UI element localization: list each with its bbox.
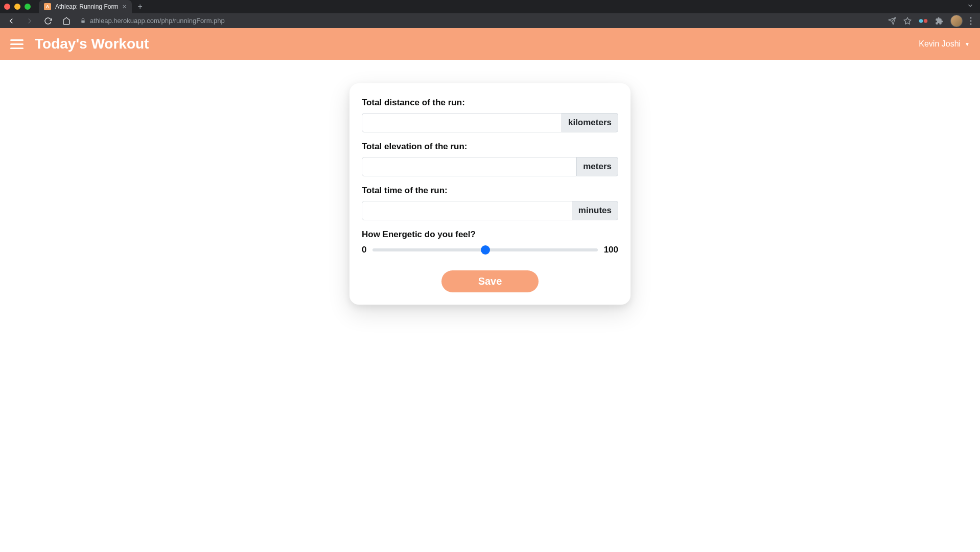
svg-point-6 — [970, 17, 972, 18]
tab-title: Athleap: Running Form — [55, 3, 118, 10]
send-icon[interactable] — [888, 17, 896, 25]
close-tab-icon[interactable]: × — [122, 3, 126, 11]
bookmark-icon[interactable] — [903, 17, 912, 25]
close-window-button[interactable] — [4, 4, 10, 10]
energy-label: How Energetic do you feel? — [362, 229, 618, 240]
page-title: Today's Workout — [35, 36, 149, 52]
new-tab-button[interactable]: + — [138, 2, 143, 11]
favicon-icon: A — [44, 3, 51, 10]
svg-point-7 — [970, 20, 972, 21]
main-content: Total distance of the run: kilometers To… — [0, 60, 980, 305]
elevation-unit: meters — [577, 157, 618, 176]
svg-point-5 — [924, 19, 928, 23]
tab-bar: A Athleap: Running Form × + — [0, 0, 980, 13]
energy-group: How Energetic do you feel? 0 100 — [362, 229, 618, 255]
time-input[interactable] — [362, 201, 572, 220]
time-label: Total time of the run: — [362, 186, 618, 196]
url-bar[interactable]: athleap.herokuapp.com/php/runningForm.ph… — [78, 17, 884, 25]
svg-point-8 — [970, 23, 972, 25]
home-button[interactable] — [59, 14, 74, 28]
workout-form-card: Total distance of the run: kilometers To… — [349, 83, 631, 305]
energy-slider[interactable] — [372, 248, 597, 251]
extensions-icon[interactable] — [935, 17, 943, 25]
tabs-dropdown-icon[interactable] — [967, 2, 974, 11]
user-name: Kevin Joshi — [919, 39, 961, 49]
reload-button[interactable] — [41, 14, 55, 28]
svg-marker-3 — [904, 17, 911, 24]
app-header: Today's Workout Kevin Joshi ▼ — [0, 28, 980, 60]
distance-unit: kilometers — [562, 113, 618, 132]
slider-max-label: 100 — [604, 245, 618, 255]
minimize-window-button[interactable] — [14, 4, 20, 10]
chrome-toolbar-right — [888, 15, 972, 27]
browser-chrome: A Athleap: Running Form × + athleap.hero… — [0, 0, 980, 28]
distance-group: Total distance of the run: kilometers — [362, 98, 618, 132]
maximize-window-button[interactable] — [25, 4, 31, 10]
time-unit: minutes — [572, 201, 618, 220]
browser-tab[interactable]: A Athleap: Running Form × — [39, 0, 132, 13]
lock-icon — [80, 18, 86, 24]
save-button[interactable]: Save — [441, 270, 539, 292]
distance-input[interactable] — [362, 113, 562, 132]
window-controls — [4, 4, 31, 10]
elevation-label: Total elevation of the run: — [362, 142, 618, 152]
caret-down-icon: ▼ — [965, 41, 970, 47]
svg-rect-0 — [81, 20, 84, 23]
hamburger-menu-icon[interactable] — [10, 36, 27, 52]
menu-icon[interactable] — [970, 17, 972, 25]
extension-icon-1[interactable] — [919, 18, 928, 24]
back-button[interactable] — [4, 14, 18, 28]
user-menu[interactable]: Kevin Joshi ▼ — [919, 39, 970, 49]
address-bar: athleap.herokuapp.com/php/runningForm.ph… — [0, 13, 980, 28]
elevation-group: Total elevation of the run: meters — [362, 142, 618, 176]
forward-button[interactable] — [22, 14, 37, 28]
slider-min-label: 0 — [362, 245, 366, 255]
svg-point-4 — [919, 19, 923, 23]
profile-avatar[interactable] — [950, 15, 963, 27]
elevation-input[interactable] — [362, 157, 577, 176]
time-group: Total time of the run: minutes — [362, 186, 618, 220]
url-text: athleap.herokuapp.com/php/runningForm.ph… — [90, 17, 225, 25]
distance-label: Total distance of the run: — [362, 98, 618, 108]
